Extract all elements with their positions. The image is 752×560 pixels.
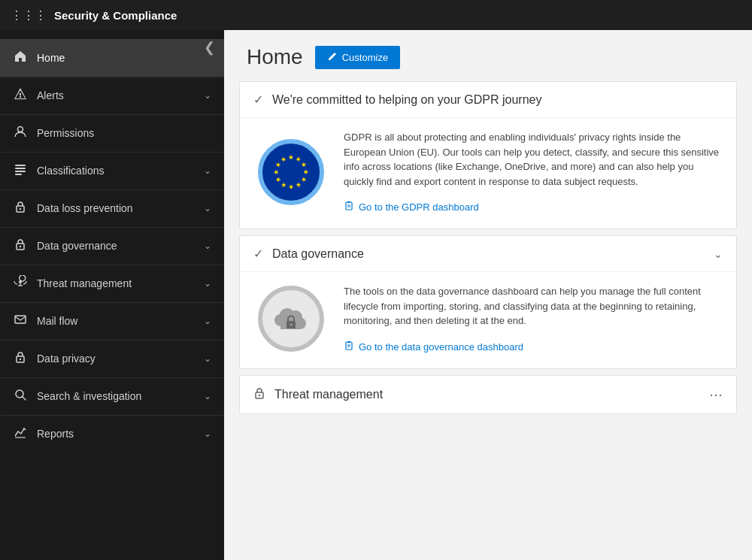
gdpr-dashboard-link[interactable]: Go to the GDPR dashboard bbox=[344, 201, 723, 213]
threat-management-card: Threat management ⋯ bbox=[239, 375, 737, 414]
chevron-down-icon: ⌄ bbox=[204, 165, 211, 176]
sidebar-item-classifications[interactable]: Classifications ⌄ bbox=[0, 152, 224, 189]
gdpr-description: GDPR is all about protecting and enablin… bbox=[344, 130, 723, 189]
page-title: Home bbox=[247, 45, 303, 69]
check-icon: ✓ bbox=[253, 92, 263, 107]
grid-icon: ⋮⋮⋮ bbox=[11, 8, 47, 23]
sidebar-item-label: Reports bbox=[37, 428, 204, 440]
customize-button[interactable]: Customize bbox=[315, 46, 400, 69]
sidebar-item-reports[interactable]: Reports ⌄ bbox=[0, 415, 224, 453]
svg-point-12 bbox=[20, 359, 21, 360]
sidebar-item-mail-flow[interactable]: Mail flow ⌄ bbox=[0, 302, 224, 340]
svg-rect-2 bbox=[15, 168, 26, 169]
app-title: Security & Compliance bbox=[54, 9, 177, 22]
lock-icon bbox=[13, 200, 28, 216]
gdpr-card-text: GDPR is all about protecting and enablin… bbox=[344, 130, 723, 213]
svg-marker-15 bbox=[289, 154, 294, 159]
chevron-down-icon: ⌄ bbox=[204, 90, 211, 101]
sidebar-item-label: Classifications bbox=[37, 165, 204, 177]
more-options-icon[interactable]: ⋯ bbox=[709, 386, 723, 403]
data-governance-description: The tools on the data governance dashboa… bbox=[344, 284, 723, 328]
svg-marker-24 bbox=[274, 169, 279, 174]
cloud-lock-icon-area bbox=[253, 284, 329, 353]
sidebar-collapse-button[interactable]: ❮ bbox=[204, 39, 215, 56]
svg-point-38 bbox=[259, 394, 260, 395]
chart-icon bbox=[13, 425, 28, 442]
svg-marker-25 bbox=[274, 161, 281, 168]
sidebar-item-label: Search & investigation bbox=[37, 390, 204, 402]
svg-point-6 bbox=[20, 208, 21, 210]
sidebar-item-label: Data privacy bbox=[37, 353, 204, 365]
sidebar-item-label: Alerts bbox=[37, 89, 204, 101]
lock4-icon bbox=[253, 387, 265, 402]
lock3-icon bbox=[13, 350, 28, 367]
sidebar: ❮ Home Alerts ⌄ bbox=[0, 30, 224, 560]
list-icon bbox=[13, 162, 28, 179]
svg-point-8 bbox=[20, 246, 21, 247]
top-bar: ⋮⋮⋮ Security & Compliance bbox=[0, 0, 752, 30]
eu-flag-icon bbox=[258, 139, 324, 205]
svg-rect-33 bbox=[346, 342, 352, 350]
svg-marker-16 bbox=[295, 155, 302, 162]
chevron-down-icon: ⌄ bbox=[204, 391, 211, 401]
svg-rect-34 bbox=[347, 341, 350, 343]
sidebar-item-threat-management[interactable]: Threat management ⌄ bbox=[0, 265, 224, 302]
chevron-down-icon: ⌄ bbox=[204, 353, 211, 364]
chevron-down-icon: ⌄ bbox=[204, 203, 211, 213]
svg-marker-26 bbox=[280, 156, 287, 162]
sidebar-item-data-privacy[interactable]: Data privacy ⌄ bbox=[0, 340, 224, 377]
mail-icon bbox=[13, 313, 28, 329]
svg-rect-10 bbox=[15, 316, 26, 323]
gdpr-link-text: Go to the GDPR dashboard bbox=[359, 201, 479, 213]
sidebar-item-search-investigation[interactable]: Search & investigation ⌄ bbox=[0, 377, 224, 415]
sidebar-item-alerts[interactable]: Alerts ⌄ bbox=[0, 77, 224, 114]
svg-point-0 bbox=[18, 127, 23, 132]
clipboard-icon bbox=[344, 201, 354, 213]
gdpr-card-body: GDPR is all about protecting and enablin… bbox=[240, 117, 736, 229]
data-governance-card: ✓ Data governance ⌄ bbox=[239, 235, 737, 369]
svg-marker-19 bbox=[301, 176, 308, 183]
sidebar-item-label: Data loss prevention bbox=[37, 202, 204, 214]
gdpr-card-header[interactable]: ✓ We're committed to helping on your GDP… bbox=[240, 82, 736, 117]
chevron-down-icon: ⌄ bbox=[204, 316, 211, 326]
cards-area: ✓ We're committed to helping on your GDP… bbox=[224, 81, 752, 435]
threat-management-card-title: Threat management bbox=[274, 388, 709, 401]
chevron-down-icon: ⌄ bbox=[204, 278, 211, 289]
sidebar-item-label: Threat management bbox=[37, 277, 204, 289]
svg-marker-23 bbox=[274, 176, 281, 183]
svg-point-32 bbox=[290, 323, 293, 325]
svg-marker-17 bbox=[301, 161, 308, 168]
svg-marker-21 bbox=[289, 184, 294, 189]
svg-rect-4 bbox=[15, 174, 22, 175]
chevron-down-icon: ⌄ bbox=[204, 428, 211, 439]
sidebar-item-data-governance[interactable]: Data governance ⌄ bbox=[0, 227, 224, 265]
check-icon: ✓ bbox=[253, 247, 263, 261]
sidebar-item-permissions[interactable]: Permissions bbox=[0, 114, 224, 152]
data-governance-card-body: The tools on the data governance dashboa… bbox=[240, 271, 736, 368]
person-icon bbox=[13, 125, 28, 141]
sidebar-item-label: Data governance bbox=[37, 240, 204, 252]
sidebar-item-label: Mail flow bbox=[37, 315, 204, 327]
main-layout: ❮ Home Alerts ⌄ bbox=[0, 30, 752, 560]
eu-flag-icon-area bbox=[253, 130, 329, 213]
data-governance-link-text: Go to the data governance dashboard bbox=[359, 341, 523, 353]
sidebar-item-label: Permissions bbox=[37, 127, 211, 139]
data-governance-card-text: The tools on the data governance dashboa… bbox=[344, 284, 723, 353]
svg-marker-22 bbox=[280, 182, 287, 189]
biohazard-icon bbox=[13, 275, 28, 292]
svg-rect-1 bbox=[15, 165, 26, 166]
content-header: Home Customize bbox=[224, 30, 752, 81]
svg-marker-18 bbox=[304, 169, 309, 174]
sidebar-item-home[interactable]: Home bbox=[0, 39, 224, 77]
sidebar-item-data-loss-prevention[interactable]: Data loss prevention ⌄ bbox=[0, 189, 224, 227]
data-governance-card-header[interactable]: ✓ Data governance ⌄ bbox=[240, 236, 736, 271]
data-governance-dashboard-link[interactable]: Go to the data governance dashboard bbox=[344, 341, 723, 353]
lock2-icon bbox=[13, 238, 28, 254]
alert-icon bbox=[13, 87, 28, 104]
sidebar-nav: Home Alerts ⌄ bbox=[0, 36, 224, 453]
threat-management-card-header[interactable]: Threat management ⋯ bbox=[240, 376, 736, 413]
svg-rect-28 bbox=[347, 201, 350, 203]
svg-rect-3 bbox=[15, 171, 26, 172]
chevron-down-icon: ⌄ bbox=[204, 241, 211, 251]
cloud-lock-icon bbox=[258, 286, 324, 352]
